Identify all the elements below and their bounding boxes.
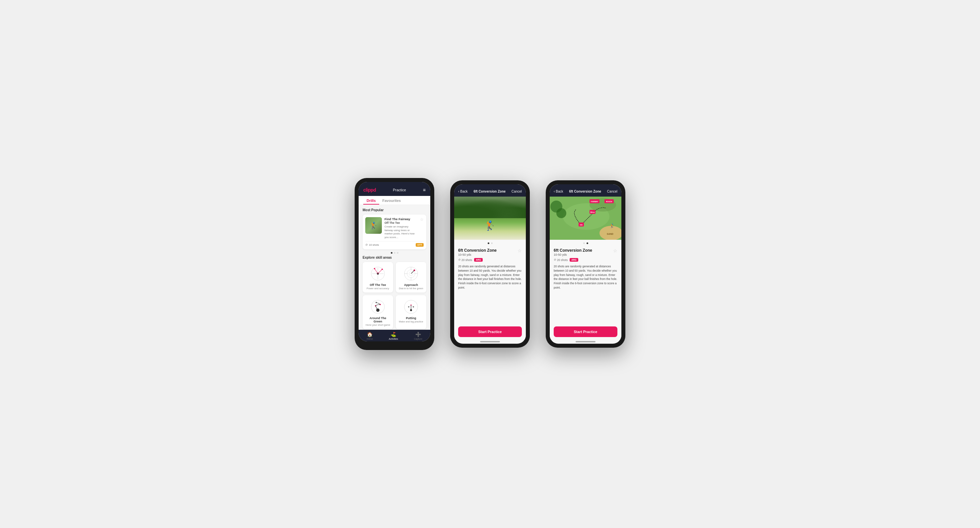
off-tee-icon	[369, 265, 386, 282]
detail-meta-2: 20 shots ARG	[458, 258, 522, 262]
dot-1	[391, 252, 393, 254]
back-label-3: Back	[556, 190, 563, 193]
detail-carousel-dots-3	[550, 242, 621, 244]
start-practice-button-3[interactable]: Start Practice	[554, 326, 617, 337]
detail-header-2: ‹ Back 6ft Conversion Zone Cancel	[454, 184, 526, 196]
bottom-nav: 🏠 Home ⛳ Activities ➕ Capture	[359, 330, 430, 341]
skill-name-putting: Putting	[406, 316, 416, 320]
nav-home[interactable]: 🏠 Home	[367, 332, 373, 340]
drill-subtitle: Off The Tee	[385, 221, 417, 225]
skill-desc-putting: Make and lag practice	[399, 320, 423, 323]
home-icon: 🏠	[367, 332, 372, 337]
svg-text:SAND: SAND	[607, 233, 613, 235]
nav-capture-label: Capture	[414, 338, 422, 340]
detail-nav-title-2: 6ft Conversion Zone	[473, 190, 506, 193]
phone-home-bar-1	[385, 343, 404, 345]
golf-course-map: Hit Miss FAIRWAY ROUGH SAND 🏌️	[550, 196, 621, 240]
around-green-icon-area	[369, 298, 386, 315]
photo-trees	[454, 196, 526, 218]
detail-dot-3a	[583, 242, 585, 244]
drill-title-row-3: 6ft Conversion Zone 10-50 yds ☆	[554, 248, 617, 256]
golf-course-photo: 🏌️	[454, 196, 526, 240]
skill-card-approach[interactable]: Approach Dial-in to hit the green	[396, 262, 426, 293]
hamburger-icon[interactable]: ≡	[423, 187, 426, 193]
nav-capture[interactable]: ➕ Capture	[414, 332, 422, 340]
detail-cta-3: Start Practice	[550, 324, 621, 340]
back-chevron-icon-3: ‹	[554, 190, 555, 193]
detail-favourite-star-icon-3[interactable]: ☆	[613, 248, 617, 254]
svg-text:Miss: Miss	[590, 211, 595, 213]
tab-bar: Drills Favourites	[359, 196, 430, 205]
app-header: clippd Practice ≡	[359, 182, 430, 196]
cancel-button-2[interactable]: Cancel	[512, 190, 522, 193]
carousel-dots	[363, 252, 426, 254]
detail-drill-title-3: 6ft Conversion Zone	[554, 248, 592, 253]
nav-home-label: Home	[367, 338, 373, 340]
phone-notch-1	[381, 178, 408, 180]
svg-point-33	[556, 208, 566, 218]
skill-card-around-green[interactable]: Around The Green Hone your short game	[363, 295, 393, 329]
screen-drill-detail-photo: ‹ Back 6ft Conversion Zone Cancel 🏌️	[454, 184, 526, 344]
dot-2	[394, 252, 395, 254]
golfer-thumbnail-image	[365, 217, 382, 234]
cancel-button-3[interactable]: Cancel	[607, 190, 617, 193]
skill-desc-around-green: Hone your short game	[366, 324, 390, 326]
phone-3: ‹ Back 6ft Conversion Zone Cancel	[546, 180, 625, 348]
detail-category-badge-2: ARG	[474, 258, 483, 262]
drill-image-photo: 🏌️	[454, 196, 526, 240]
phone-notch-2	[477, 180, 503, 182]
back-chevron-icon: ‹	[458, 190, 459, 193]
back-button-3[interactable]: ‹ Back	[554, 190, 563, 193]
scene: clippd Practice ≡ Drills Favourites Most…	[341, 158, 639, 370]
app-logo: clippd	[363, 187, 376, 193]
detail-carousel-dots-2	[454, 242, 526, 244]
skill-desc-approach: Dial-in to hit the green	[399, 287, 423, 290]
explore-section-title: Explore skill areas	[363, 256, 426, 259]
detail-favourite-star-icon-2[interactable]: ☆	[517, 248, 522, 254]
svg-line-28	[409, 305, 411, 307]
featured-drill-card[interactable]: Find The Fairway Off The Tee Create an i…	[363, 215, 426, 249]
detail-range-3: 10-50 yds	[554, 253, 592, 256]
golfer-figure: 🏌️	[484, 220, 496, 231]
svg-text:FAIRWAY: FAIRWAY	[591, 201, 598, 203]
detail-shots-3: 20 shots	[554, 258, 568, 262]
tab-favourites[interactable]: Favourites	[379, 196, 404, 204]
nav-activities[interactable]: ⛳ Activities	[389, 332, 398, 340]
skill-card-off-tee[interactable]: Off The Tee Power and accuracy	[363, 262, 393, 293]
svg-point-7	[374, 268, 375, 269]
svg-line-29	[411, 305, 414, 307]
nav-activities-label: Activities	[389, 338, 398, 340]
golf-map-svg: Hit Miss FAIRWAY ROUGH SAND 🏌️	[550, 196, 621, 240]
screen-practice-list: clippd Practice ≡ Drills Favourites Most…	[359, 182, 430, 341]
drill-thumbnail	[365, 217, 382, 234]
favourite-star-icon[interactable]: ☆	[420, 217, 424, 222]
detail-dot-2	[491, 242, 493, 244]
skill-desc-off-tee: Power and accuracy	[367, 287, 389, 290]
drill-shots-count: 10 shots	[365, 243, 379, 246]
detail-dot-3b	[587, 242, 588, 244]
detail-range-2: 10-50 yds	[458, 253, 496, 256]
approach-icon-area	[403, 265, 419, 282]
drill-image-map: Hit Miss FAIRWAY ROUGH SAND 🏌️	[550, 196, 621, 240]
phone-notch-3	[572, 180, 599, 182]
most-popular-title: Most Popular	[363, 208, 426, 212]
putting-icon	[403, 298, 419, 315]
detail-home-bar-2	[480, 341, 500, 342]
svg-text:ROUGH: ROUGH	[606, 201, 612, 203]
dot-3	[397, 252, 398, 254]
back-button-2[interactable]: ‹ Back	[458, 190, 468, 193]
start-practice-button-2[interactable]: Start Practice	[458, 326, 522, 337]
back-label-2: Back	[460, 190, 468, 193]
off-tee-icon-area	[369, 265, 386, 282]
tab-drills[interactable]: Drills	[363, 196, 379, 204]
header-title: Practice	[393, 188, 406, 192]
skill-card-putting[interactable]: Putting Make and lag practice	[396, 295, 426, 329]
detail-content-3: 6ft Conversion Zone 10-50 yds ☆ 20 shots…	[550, 246, 621, 324]
detail-meta-3: 20 shots ARG	[554, 258, 617, 262]
detail-dot-1	[488, 242, 489, 244]
phone-1: clippd Practice ≡ Drills Favourites Most…	[355, 178, 434, 350]
phone-2: ‹ Back 6ft Conversion Zone Cancel 🏌️	[450, 180, 530, 348]
capture-icon: ➕	[415, 332, 421, 337]
detail-description-2: 20 shots are randomly generated at dista…	[458, 264, 522, 290]
around-green-icon	[369, 298, 386, 315]
